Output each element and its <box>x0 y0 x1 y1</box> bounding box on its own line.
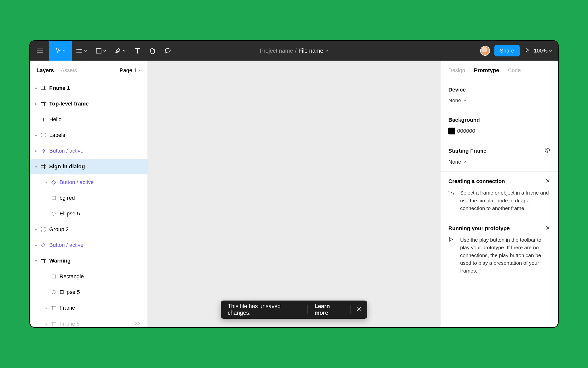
hand-tool-button[interactable] <box>145 41 160 61</box>
background-color[interactable]: 000000 <box>448 128 550 134</box>
layer-row[interactable]: Rectangle <box>30 269 147 284</box>
layer-row[interactable]: ▸ Top-level frame <box>30 96 147 112</box>
rectangle-icon <box>96 48 102 54</box>
chevron-down-icon <box>138 69 141 72</box>
text-icon <box>135 48 140 54</box>
avatar[interactable] <box>480 46 490 56</box>
frame-icon <box>38 86 48 91</box>
svg-rect-3 <box>52 275 55 278</box>
layer-row[interactable]: ▾ Warning <box>30 253 147 269</box>
component-icon <box>38 148 48 153</box>
share-button[interactable]: Share <box>494 45 520 56</box>
svg-point-7 <box>448 191 449 192</box>
visibility-icon[interactable] <box>134 321 140 327</box>
layer-row[interactable]: Ellipse 5 <box>30 284 147 300</box>
cursor-icon <box>55 48 61 54</box>
group-icon <box>38 133 48 138</box>
frame-icon <box>38 101 48 106</box>
frame-icon <box>49 321 59 326</box>
shape-tool-button[interactable] <box>91 41 110 61</box>
layer-row[interactable]: ▸ Frame 5 <box>30 316 147 327</box>
svg-rect-1 <box>52 196 55 200</box>
frame-icon <box>38 258 48 263</box>
chevron-down-icon <box>463 160 466 163</box>
hint-close-button[interactable] <box>546 178 550 184</box>
canvas[interactable]: This file has unsaved changes. Learn mor… <box>148 61 440 327</box>
rectangle-icon <box>49 274 59 279</box>
chevron-down-icon <box>63 49 66 52</box>
starting-frame-selector[interactable]: None <box>448 159 550 165</box>
connection-icon <box>448 189 455 212</box>
layer-row[interactable]: ▸ Group 2 <box>30 222 147 237</box>
project-name: Project name <box>260 48 293 54</box>
tab-prototype[interactable]: Prototype <box>474 67 499 74</box>
document-title[interactable]: Project name / File name <box>260 48 328 54</box>
present-button[interactable] <box>524 47 529 54</box>
layer-row[interactable]: ▸ Frame 1 <box>30 80 147 96</box>
main-menu-button[interactable] <box>30 41 49 61</box>
hint-connection: Creating a connection Select a frame or … <box>441 172 558 219</box>
tab-assets[interactable]: Assets <box>61 67 77 74</box>
help-button[interactable] <box>545 147 550 154</box>
file-name: File name <box>298 48 323 54</box>
page-selector[interactable]: Page 1 <box>120 67 141 74</box>
toast: This file has unsaved changes. Learn mor… <box>221 301 367 319</box>
svg-point-2 <box>52 212 55 215</box>
layer-row[interactable]: bg red <box>30 190 147 206</box>
comment-icon <box>164 47 171 54</box>
layer-row[interactable]: ▾ Sign-in dialog <box>30 159 147 174</box>
help-icon <box>545 147 550 153</box>
text-icon <box>38 117 48 122</box>
layer-row[interactable]: ▸ Button / active <box>30 174 147 190</box>
close-icon <box>546 179 550 183</box>
toast-close-button[interactable] <box>350 306 367 313</box>
toolbar: Project name / File name Share 100% <box>30 41 558 61</box>
move-tool-button[interactable] <box>49 41 72 61</box>
hand-icon <box>149 47 156 54</box>
color-swatch <box>448 128 455 134</box>
layer-row[interactable]: ▸ Button / active <box>30 237 147 253</box>
play-icon <box>448 236 455 275</box>
ellipse-icon <box>49 290 59 294</box>
layer-row[interactable]: Ellipse 5 <box>30 206 147 222</box>
comment-tool-button[interactable] <box>160 41 176 61</box>
instance-icon <box>49 180 59 185</box>
svg-point-5 <box>136 323 138 324</box>
chevron-down-icon <box>103 49 106 52</box>
right-panel: Design Prototype Code Device None Backgr… <box>440 61 558 327</box>
layer-row[interactable]: Hello <box>30 112 147 127</box>
chevron-down-icon <box>123 49 126 52</box>
layer-tree: ▸ Frame 1 ▸ Top-level frame Hello ▸ <box>30 80 147 327</box>
device-heading: Device <box>448 87 550 93</box>
rectangle-icon <box>49 196 59 200</box>
close-icon <box>356 307 361 312</box>
close-icon <box>546 226 550 230</box>
layer-row[interactable]: ▸ Button / active <box>30 143 147 159</box>
toast-message: This file has unsaved changes. <box>221 303 307 316</box>
chevron-down-icon <box>463 99 466 102</box>
layer-row[interactable]: ▸ Frame <box>30 300 147 316</box>
tab-layers[interactable]: Layers <box>37 67 54 74</box>
chevron-down-icon <box>325 49 328 52</box>
hint-close-button[interactable] <box>546 225 550 232</box>
background-heading: Background <box>448 117 550 123</box>
frame-icon <box>49 305 59 310</box>
layer-row[interactable]: ▸ Labels <box>30 127 147 143</box>
frame-icon <box>76 48 83 54</box>
tab-code[interactable]: Code <box>508 67 521 74</box>
starting-frame-heading: Starting Frame <box>448 148 486 154</box>
zoom-control[interactable]: 100% <box>534 48 552 54</box>
tab-design[interactable]: Design <box>448 67 465 74</box>
left-panel: Layers Assets Page 1 ▸ Frame 1 ▸ Top-lev… <box>30 61 148 327</box>
learn-more-button[interactable]: Learn more <box>308 303 350 316</box>
text-tool-button[interactable] <box>130 41 145 61</box>
device-section: Device None <box>441 80 558 110</box>
device-selector[interactable]: None <box>448 97 550 104</box>
pen-tool-button[interactable] <box>110 41 130 61</box>
instance-icon <box>38 243 48 248</box>
chevron-down-icon <box>549 49 552 52</box>
play-icon <box>524 47 529 53</box>
frame-tool-button[interactable] <box>72 41 91 61</box>
ellipse-icon <box>49 211 59 216</box>
svg-rect-0 <box>96 48 101 53</box>
